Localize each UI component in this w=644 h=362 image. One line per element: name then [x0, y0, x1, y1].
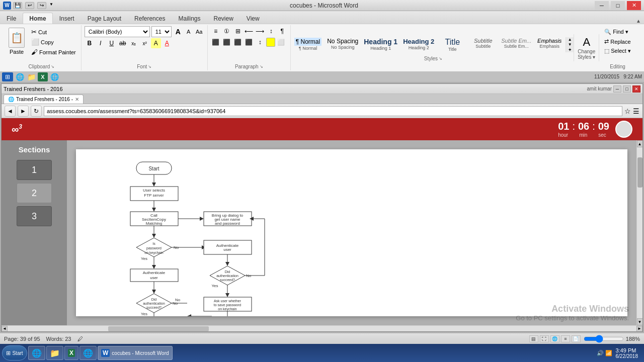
bold-button[interactable]: B [85, 38, 95, 48]
justify-button[interactable]: ⬛ [244, 37, 254, 47]
styles-scroll-down[interactable]: ▼ [568, 42, 572, 47]
scrollbar-thumb[interactable] [637, 157, 642, 188]
taskbar-ie-icon[interactable]: 🌐 [28, 346, 45, 360]
outline-icon[interactable]: ≡ [561, 335, 570, 342]
browser-close-btn[interactable]: ✕ [632, 85, 640, 93]
favorites-icon[interactable]: ☆ [624, 107, 631, 115]
quick-save-icon[interactable]: 💾 [13, 2, 22, 9]
strikethrough-button[interactable]: ab [118, 38, 128, 48]
multilevel-list-button[interactable]: ⊞ [233, 26, 243, 36]
scroll-left-button[interactable]: ◄ [2, 326, 8, 332]
show-formatting-button[interactable]: ¶ [277, 26, 287, 36]
browser-maximize-btn[interactable]: □ [623, 85, 631, 93]
tab-file[interactable]: File [0, 13, 23, 24]
browser-minimize-btn[interactable]: ─ [613, 85, 621, 93]
align-right-button[interactable]: ⬛ [233, 37, 243, 47]
taskbar-excel-icon[interactable]: X [64, 346, 78, 360]
paste-button[interactable]: 📋 Paste [5, 26, 28, 56]
maximize-button[interactable]: □ [611, 1, 625, 10]
cut-button[interactable]: ✂ Cut [29, 27, 78, 37]
scrollbar-up-button[interactable]: ▲ [637, 140, 643, 147]
taskbar-icon-excel[interactable]: X [38, 72, 48, 81]
sort-button[interactable]: ↕ [266, 26, 276, 36]
browser-tab-1[interactable]: 🌐 Trained Freshers - 2016 - ✕ [4, 95, 84, 104]
minimize-button[interactable]: ─ [595, 1, 609, 10]
styles-scroll-buttons[interactable]: ▲ ▼ ✦ [566, 37, 574, 52]
close-button[interactable]: ✕ [627, 1, 641, 10]
taskbar-icon-chrome[interactable]: 🌐 [49, 72, 59, 81]
forward-button[interactable]: ► [18, 106, 29, 117]
tab-references[interactable]: References [128, 13, 172, 24]
taskbar-folder-icon[interactable]: 📁 [46, 346, 63, 360]
style-no-spacing[interactable]: No Spacing No Spacing [325, 36, 361, 53]
font-highlight-button[interactable]: A [151, 38, 161, 48]
section-2-button[interactable]: 2 [17, 183, 52, 203]
scroll-right-button[interactable]: ► [636, 326, 642, 332]
change-case-button[interactable]: Aa [194, 27, 204, 37]
styles-expand-button[interactable]: ✦ [568, 47, 572, 52]
shrink-font-button[interactable]: A [184, 27, 194, 37]
style-heading1[interactable]: Heading 1 Heading 1 [361, 36, 400, 53]
shading-button[interactable] [266, 38, 275, 47]
web-layout-icon[interactable]: 🌐 [550, 335, 559, 342]
style-subtle-em[interactable]: Subtle Em... Subtle Em... [499, 36, 534, 53]
full-screen-icon[interactable]: ⛶ [540, 335, 549, 342]
paragraph-expand-icon[interactable]: ↘ [260, 64, 263, 69]
find-button[interactable]: 🔍 Find ▾ [602, 28, 630, 36]
styles-scroll-up[interactable]: ▲ [568, 37, 572, 42]
horizontal-scrollbar[interactable]: ◄ ► [2, 325, 642, 331]
taskbar-icon-ie[interactable]: 🌐 [15, 72, 25, 81]
section-1-button[interactable]: 1 [17, 160, 52, 180]
quick-redo-icon[interactable]: ↪ [37, 2, 46, 9]
decrease-indent-button[interactable]: ⟵ [244, 26, 254, 36]
replace-button[interactable]: ⇄ Replace [602, 37, 632, 46]
refresh-button[interactable]: ↻ [31, 106, 42, 117]
subscript-button[interactable]: x₂ [129, 38, 139, 48]
taskbar-icon-folder[interactable]: 📁 [26, 72, 36, 81]
italic-button[interactable]: I [96, 38, 106, 48]
style-emphasis[interactable]: Emphasis Emphasis [534, 36, 565, 53]
taskbar-icon-start[interactable]: ⊞ [2, 72, 13, 81]
borders-button[interactable]: ⬜ [276, 37, 286, 47]
quick-dropdown-icon[interactable]: ▼ [49, 2, 53, 9]
clipboard-expand-icon[interactable]: ↘ [51, 64, 54, 69]
tab-home[interactable]: Home [23, 13, 52, 24]
tools-icon[interactable]: ☰ [633, 107, 639, 115]
quick-undo-icon[interactable]: ↩ [25, 2, 34, 9]
h-scrollbar-thumb[interactable] [108, 326, 209, 331]
bullets-button[interactable]: ≡ [211, 26, 221, 36]
align-center-button[interactable]: ⬛ [222, 37, 232, 47]
style-subtitle[interactable]: Subtitle Subtitle [468, 36, 498, 53]
numbering-button[interactable]: ① [222, 26, 232, 36]
address-bar[interactable] [44, 106, 622, 116]
start-button[interactable]: ⊞ Start [2, 345, 27, 360]
section-3-button[interactable]: 3 [17, 206, 52, 226]
align-left-button[interactable]: ⬛ [211, 37, 221, 47]
back-button[interactable]: ◄ [5, 106, 16, 117]
format-painter-button[interactable]: 🖌 Format Painter [29, 47, 78, 57]
tab-review[interactable]: Review [207, 13, 239, 24]
line-spacing-button[interactable]: ↕ [255, 37, 265, 47]
select-button[interactable]: ⬚ Select ▾ [602, 47, 633, 55]
tab-mailings[interactable]: Mailings [172, 13, 207, 24]
grow-font-button[interactable]: A [173, 27, 183, 37]
taskbar-word-app[interactable]: W cocubes - Microsoft Word [98, 346, 173, 360]
increase-indent-button[interactable]: ⟶ [255, 26, 265, 36]
font-name-selector[interactable]: Calibri (Body) [85, 26, 150, 37]
scrollbar-down-button[interactable]: ▼ [637, 318, 643, 325]
print-layout-icon[interactable]: ▤ [529, 335, 538, 342]
style-heading2[interactable]: Heading 2 Heading 2 [400, 36, 437, 53]
change-styles-button[interactable]: A ChangeStyles ▾ [574, 34, 599, 61]
font-expand-icon[interactable]: ↘ [148, 64, 151, 69]
style-normal[interactable]: ¶ Normal ¶ Normal [292, 36, 324, 53]
styles-expand-icon[interactable]: ↘ [439, 56, 442, 61]
ribbon-collapse-icon[interactable]: ▲ [636, 18, 641, 24]
browser-tab-close[interactable]: ✕ [75, 97, 79, 102]
taskbar-chrome-icon[interactable]: 🌐 [79, 346, 97, 360]
font-size-selector[interactable]: 11 [151, 26, 172, 37]
tab-insert[interactable]: Insert [53, 13, 81, 24]
draft-icon[interactable]: 📄 [572, 335, 581, 342]
vertical-scrollbar[interactable]: ▲ ▼ [636, 140, 642, 325]
tab-view[interactable]: View [240, 13, 266, 24]
superscript-button[interactable]: x² [140, 38, 150, 48]
